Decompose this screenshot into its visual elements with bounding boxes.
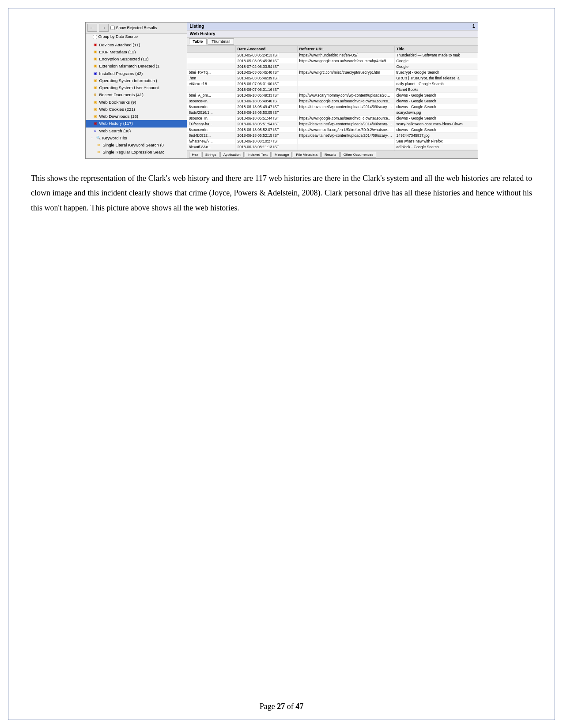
sidebar-item-cookies[interactable]: ▣ Web Cookies (221) <box>86 106 187 113</box>
sidebar-item-exif[interactable]: ▣ EXIF Metadata (12) <box>86 49 187 56</box>
cell-title: truecrypt - Google Search <box>395 70 478 75</box>
sidebar-item-bookmarks[interactable]: ▣ Web Bookmarks (9) <box>86 99 187 106</box>
sidebar-item-installed[interactable]: ▣ Installed Programs (42) <box>86 70 187 77</box>
sidebar-item-keyword-hits[interactable]: − 🔍 Keyword Hits <box>86 135 187 142</box>
show-rejected-row: Show Rejected Results <box>110 26 157 30</box>
table-row: 8source=In... 2018-06-18 05:49:40 IST ht… <box>187 98 478 104</box>
exif-icon: ▣ <box>93 49 98 55</box>
cell-referrer <box>298 81 395 86</box>
cell-referrer: http://www.scarymommy.com/wp-content/upl… <box>298 93 395 98</box>
cell-referrer <box>298 139 395 144</box>
cell-url: 8ed4b0932... <box>187 133 236 138</box>
forward-button[interactable]: → <box>99 24 109 32</box>
bottom-tab-other[interactable]: Other Occurrences <box>340 152 377 158</box>
cell-date: 2018-06-18 05:49:40 IST <box>236 98 298 104</box>
sidebar-item-label: Devices Attached (11) <box>99 42 140 48</box>
group-by-checkbox[interactable] <box>93 35 97 39</box>
cell-url: b8ei=RVTq... <box>187 70 236 75</box>
sidebar-item-encryption[interactable]: ▣ Encryption Suspected (13) <box>86 56 187 63</box>
sidebar-item-os-info[interactable]: ▣ Operating System Information ( <box>86 77 187 84</box>
sidebar-item-regex-search[interactable]: ⊕ Single Regular Expression Searc <box>86 149 187 156</box>
cell-referrer <box>298 75 395 81</box>
tab-thumbnail[interactable]: Thumbnail <box>208 38 234 45</box>
cell-url: .htm <box>187 75 236 81</box>
cell-title: 1492447345937.jpg <box>395 133 478 138</box>
cell-title: clowns - Google Search <box>395 116 478 121</box>
bottom-tab-message[interactable]: Message <box>272 152 292 158</box>
bottom-tab-strings[interactable]: Strings <box>202 152 219 158</box>
cell-title: Planet Books <box>395 87 478 92</box>
cell-date: 2018-06-18 05:52:07 IST <box>236 127 298 132</box>
sidebar-item-os-user[interactable]: ▣ Operating System User Account <box>86 84 187 91</box>
cell-referrer: https://www.grc.com/misc/truecrypt/truec… <box>298 70 395 75</box>
sidebar-item-label: Web Cookies (221) <box>99 106 135 113</box>
col-title: Title <box>395 46 478 52</box>
cell-date: 2018-06-07 06:31:16 IST <box>236 87 298 92</box>
tab-bar: Table Thumbnail <box>187 38 478 46</box>
cell-url: et&ie=utf-8... <box>187 81 236 86</box>
sidebar-item-extension[interactable]: ▣ Extension Mismatch Detected (1 <box>86 63 187 70</box>
sidebar-item-downloads[interactable]: ▣ Web Downloads (16) <box>86 113 187 120</box>
cell-date: 2018-06-07 06:31:00 IST <box>236 81 298 86</box>
bottom-tab-results[interactable]: Results <box>321 152 340 158</box>
cell-url <box>187 53 236 58</box>
sidebar-item-label: Single Regular Expression Searc <box>103 149 164 155</box>
cell-date: 2018-07-02 06:33:54 IST <box>236 64 298 69</box>
cell-title: scary-halloween-costumes-ideas-Clown <box>395 121 478 127</box>
sidebar-item-label: Email Addresses (1895) <box>103 157 147 159</box>
expand-icon: − <box>89 135 94 141</box>
total-pages: 47 <box>295 702 303 711</box>
sidebar-item-web-history[interactable]: ▣ Web History (117) <box>86 120 187 127</box>
cell-referrer: https://www.thunderbird.net/en-US/ <box>298 53 395 58</box>
cell-title: ad block - Google Search <box>395 144 478 150</box>
bookmarks-icon: ▣ <box>93 100 98 105</box>
cell-referrer: https://www.mozilla.org/en-US/firefox/60… <box>298 127 395 132</box>
bottom-tab-hex[interactable]: Hex <box>189 152 201 158</box>
col-date: Date Accessed <box>236 46 298 52</box>
table-row: 8source=In... 2018-06-18 05:49:47 IST ht… <box>187 104 478 110</box>
cell-url <box>187 58 236 64</box>
installed-icon: ▣ <box>93 71 98 76</box>
cell-referrer <box>298 144 395 150</box>
cell-title: daily planet - Google Search <box>395 81 478 86</box>
cell-date: 2018-06-18 08:11:13 IST <box>236 144 298 150</box>
bottom-tab-indexed-text[interactable]: Indexed Text <box>245 152 271 158</box>
downloads-icon: ▣ <box>93 114 98 119</box>
cell-url <box>187 64 236 69</box>
show-rejected-checkbox[interactable] <box>110 26 115 30</box>
cell-referrer: https://deavita.net/wp-content/uploads/2… <box>298 104 395 109</box>
back-button[interactable]: ← <box>87 24 97 32</box>
sidebar-item-literal-search[interactable]: ⊕ Single Literal Keyword Search (0 <box>86 142 187 149</box>
sidebar-item-email-addresses[interactable]: ⊕ Email Addresses (1895) <box>86 156 187 159</box>
sidebar-item-label: Keyword Hits <box>102 135 127 141</box>
sidebar-item-recent[interactable]: ⊕ Recent Documents (41) <box>86 91 187 98</box>
bottom-tab-file-metadata[interactable]: File Metadata <box>293 152 320 158</box>
bottom-tab-application[interactable]: Application <box>220 152 244 158</box>
cell-title: clowns - Google Search <box>395 98 478 104</box>
cell-title: See what's new with Firefox <box>395 139 478 144</box>
tab-table[interactable]: Table <box>189 38 207 45</box>
cell-date: 2018-06-18 08:10:27 IST <box>236 139 298 144</box>
sidebar-item-web-search[interactable]: ⊕ Web Search (36) <box>86 128 187 135</box>
table-area: Date Accessed Referrer URL Title 2018-05… <box>187 46 478 150</box>
table-row: 2018-05-03 05:24:13 IST https://www.thun… <box>187 53 478 58</box>
sidebar-item-label: Web Search (36) <box>99 128 131 134</box>
sidebar: ← → Show Rejected Results Group by Data … <box>86 23 187 158</box>
cell-title: clowns - Google Search <box>395 104 478 109</box>
email-addr-icon: ⊕ <box>96 157 102 158</box>
table-row: 2018-06-07 06:31:16 IST Planet Books <box>187 87 478 93</box>
sidebar-item-devices[interactable]: ▣ Devices Attached (11) <box>86 41 187 49</box>
table-row: lwhatsnew/?... 2018-06-18 08:10:27 IST S… <box>187 139 478 144</box>
cell-date: 2018-05-03 05:45:40 IST <box>236 70 298 75</box>
count-label: 1 <box>472 24 475 29</box>
sidebar-item-label: Web Bookmarks (9) <box>99 99 136 105</box>
keyword-folder-icon: 🔍 <box>96 135 101 141</box>
cell-url <box>187 87 236 92</box>
cell-date: 2018-06-18 05:51:44 IST <box>236 116 298 121</box>
group-by-label: Group by Data Source <box>98 34 138 40</box>
cell-title: Google <box>395 64 478 69</box>
sidebar-item-label: Extension Mismatch Detected (1 <box>99 63 160 69</box>
cell-referrer <box>298 110 395 115</box>
cell-title: clowns - Google Search <box>395 127 478 132</box>
listing-label: Listing <box>190 24 204 29</box>
